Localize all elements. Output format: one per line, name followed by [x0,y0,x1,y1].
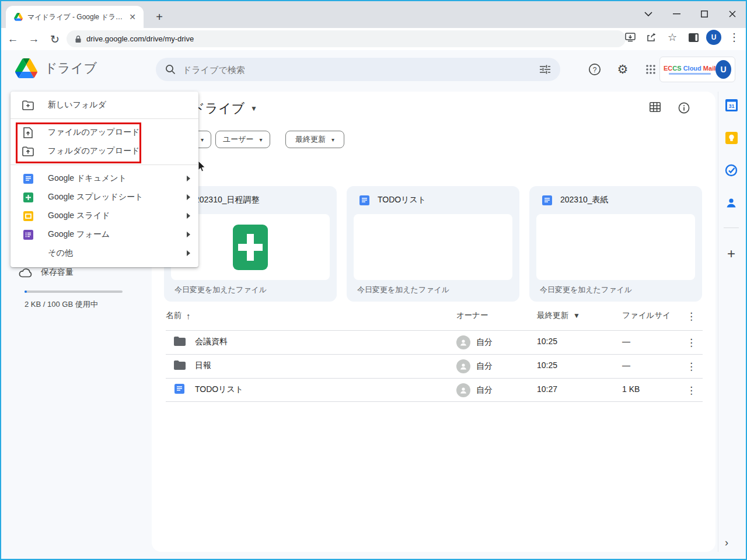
apps-grid-icon[interactable] [643,62,658,77]
menu-item-google-slides[interactable]: Google スライド [11,206,198,225]
help-icon[interactable]: ? [587,62,602,77]
keep-icon[interactable] [725,131,738,144]
file-name[interactable]: TODOリスト [195,384,243,395]
account-avatar[interactable]: U [715,60,731,79]
minimize-icon[interactable] [666,5,686,23]
suggested-card-caption: 今日変更を加えたファイル [357,285,449,295]
row-kebab-icon[interactable]: ⋮ [686,360,696,373]
chip-caret-icon: ▾ [260,136,263,143]
owner-name: 自分 [476,361,493,372]
row-kebab-icon[interactable]: ⋮ [686,384,696,397]
chip-caret-icon: ▾ [201,136,204,143]
owner-avatar [456,359,470,373]
chip-modified[interactable]: 最終更新 ▾ [285,131,344,148]
address-bar[interactable]: drive.google.com/drive/my-drive [67,30,626,47]
file-row[interactable]: 会議資料 自分 10:25 — ⋮ [152,331,715,354]
docs-icon [174,384,184,394]
column-size[interactable]: ファイルサイ [622,310,671,321]
suggested-card-title: TODOリスト [378,195,426,205]
file-name[interactable]: 会議資料 [195,337,228,347]
svg-text:31: 31 [728,103,734,109]
suggested-card[interactable]: TODOリスト 今日変更を加えたファイル [347,186,519,302]
submenu-arrow-icon [187,213,190,219]
column-owner[interactable]: オーナー [456,310,488,321]
file-table-header: 名前↑ オーナー 最終更新▼ ファイルサイ ⋮ [152,310,715,330]
back-icon[interactable]: ← [4,30,22,48]
menu-item-more[interactable]: その他 [11,244,198,262]
menu-item-google-forms[interactable]: Google フォーム [11,225,198,244]
storage-progressbar [25,290,123,293]
suggested-card-title: 202310_日程調整 [195,195,260,205]
owner-name: 自分 [476,385,493,396]
share-icon[interactable] [643,29,659,46]
tasks-icon[interactable] [725,164,738,177]
search-icon[interactable] [165,64,176,75]
new-tab-button[interactable]: + [152,9,167,24]
tab-close-icon[interactable]: ✕ [127,12,138,22]
contacts-icon[interactable] [725,197,738,209]
settings-gear-icon[interactable]: ⚙ [615,62,630,77]
grid-view-icon[interactable] [650,102,661,114]
owner-avatar [456,335,470,349]
annotation-highlight-box [16,123,141,163]
menu-item-new-folder[interactable]: 新しいフォルダ [11,96,198,114]
calendar-icon[interactable]: 31 [725,99,738,111]
new-folder-icon [22,99,34,111]
install-app-icon[interactable] [622,29,638,46]
row-kebab-icon[interactable]: ⋮ [686,337,696,349]
expand-side-panel-icon[interactable]: › [725,537,728,549]
mouse-cursor-icon [198,161,206,173]
browser-menu-kebab-icon[interactable]: ⋮ [726,29,742,46]
table-options-kebab-icon[interactable]: ⋮ [686,310,696,323]
modified-time: 10:25 [537,360,557,370]
storage-label[interactable]: 保存容量 [41,267,74,278]
column-name[interactable]: 名前↑ [166,310,191,321]
browser-tab[interactable]: マイドライブ - Google ドライブ ✕ [6,6,144,28]
submenu-arrow-icon [187,232,190,237]
browser-profile-avatar[interactable]: U [706,30,721,45]
account-badge[interactable]: ECCS Cloud Mail U [659,57,735,82]
menu-item-google-sheets[interactable]: Google スプレッドシート [11,188,198,206]
submenu-arrow-icon [187,250,190,256]
new-menu: 新しいフォルダ ファイルのアップロード フォルダのアップロード Google ド… [11,92,198,267]
bookmark-star-icon[interactable]: ☆ [664,29,680,46]
chip-user[interactable]: ユーザー ▾ [215,131,270,148]
account-badge-label: ECCS Cloud Mail [664,65,715,75]
side-panel-icon[interactable] [685,29,701,46]
sort-ascending-icon: ↑ [186,311,191,321]
search-input[interactable] [183,65,539,75]
info-icon[interactable] [678,102,690,114]
reload-icon[interactable]: ↻ [46,30,64,48]
close-window-icon[interactable] [722,5,742,23]
menu-item-google-docs[interactable]: Google ドキュメント [11,169,198,188]
lock-icon [75,35,82,43]
submenu-arrow-icon [187,194,190,200]
file-size: 1 KB [622,384,640,394]
file-size: — [622,337,630,346]
add-addon-button[interactable]: + [724,246,739,261]
suggested-card[interactable]: 202310_表紙 今日変更を加えたファイル [529,186,702,302]
file-row[interactable]: TODOリスト 自分 10:27 1 KB ⋮ [152,379,715,402]
drive-favicon-icon [14,13,23,21]
folder-icon [174,360,186,370]
tab-strip: マイドライブ - Google ドライブ ✕ + [1,1,746,28]
tune-filter-icon[interactable] [539,64,551,75]
modified-time: 10:25 [537,337,557,346]
column-modified[interactable]: 最終更新▼ [537,310,580,321]
submenu-arrow-icon [187,176,190,181]
drive-logo-icon[interactable] [15,58,37,78]
suggested-card-thumbnail[interactable] [354,214,512,280]
file-row[interactable]: 日報 自分 10:25 — ⋮ [152,355,715,378]
maximize-icon[interactable] [694,5,714,23]
tab-title: マイドライブ - Google ドライブ [27,12,127,22]
file-name[interactable]: 日報 [195,360,211,371]
drive-header: ドライブ ? ⚙ ECCS Cloud Mail [1,50,746,89]
suggested-card-thumbnail[interactable] [536,214,695,280]
forward-icon[interactable]: → [25,30,43,48]
cloud-icon [19,267,33,278]
suggested-card-caption: 今日変更を加えたファイル [540,285,632,295]
tab-search-icon[interactable] [638,5,658,23]
search-bar[interactable] [156,58,560,81]
suggested-card-title: 202310_表紙 [560,195,609,205]
browser-window: マイドライブ - Google ドライブ ✕ + ← → ↻ [0,0,747,560]
